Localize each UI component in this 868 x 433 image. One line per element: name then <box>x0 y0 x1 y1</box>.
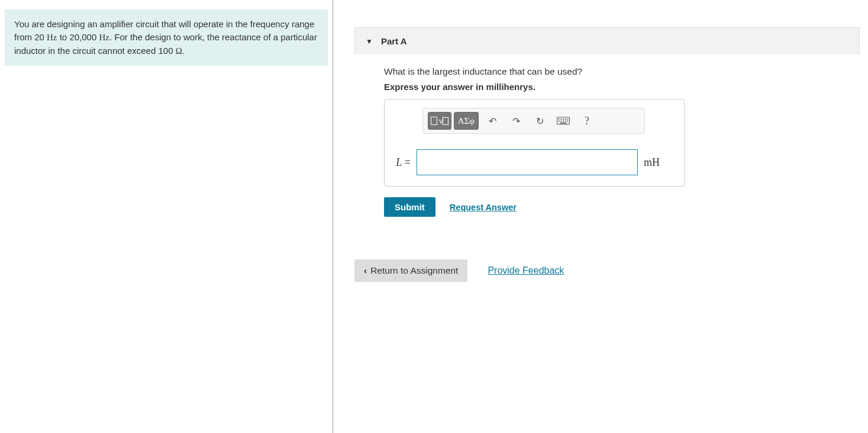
return-label: Return to Assignment <box>370 265 458 276</box>
svg-rect-1 <box>559 118 560 120</box>
greek-letters-button[interactable]: ΑΣφ <box>454 112 479 130</box>
unit-hz-1: Hz <box>47 33 57 42</box>
equation-toolbar: √ ΑΣφ ↶ ↷ ↻ <box>422 108 645 134</box>
unit-label: mH <box>644 156 660 169</box>
problem-statement: You are designing an amplifier circuit t… <box>5 9 328 66</box>
submit-button[interactable]: Submit <box>384 197 435 217</box>
part-label: Part A <box>381 36 407 46</box>
answer-panel: ▼ Part A What is the largest inductance … <box>333 0 868 433</box>
svg-rect-5 <box>567 118 568 120</box>
keyboard-button[interactable] <box>553 112 573 130</box>
part-header[interactable]: ▼ Part A <box>354 27 860 54</box>
variable-label: L = <box>393 156 411 169</box>
reset-button[interactable]: ↻ <box>530 112 550 130</box>
instruction-text: Express your answer in millihenrys. <box>384 82 840 92</box>
greek-label: ΑΣφ <box>458 116 475 126</box>
redo-button[interactable]: ↷ <box>506 112 526 130</box>
problem-text-4: . <box>182 46 185 56</box>
provide-feedback-link[interactable]: Provide Feedback <box>488 265 564 276</box>
answer-box: √ ΑΣφ ↶ ↷ ↻ <box>384 99 685 187</box>
reset-icon: ↻ <box>536 116 544 127</box>
svg-rect-9 <box>565 121 566 122</box>
return-button[interactable]: ‹ Return to Assignment <box>354 259 467 282</box>
undo-button[interactable]: ↶ <box>482 112 502 130</box>
rect-icon <box>431 117 437 125</box>
svg-rect-11 <box>560 123 567 124</box>
request-answer-link[interactable]: Request Answer <box>450 203 517 212</box>
unit-ohm: Ω <box>176 46 182 56</box>
problem-panel: You are designing an amplifier circuit t… <box>0 0 333 433</box>
svg-rect-7 <box>560 121 562 122</box>
question-text: What is the largest inductance that can … <box>384 66 840 77</box>
part-body: What is the largest inductance that can … <box>354 54 860 231</box>
svg-rect-8 <box>563 121 564 122</box>
redo-icon: ↷ <box>512 116 520 127</box>
svg-rect-3 <box>563 118 564 120</box>
svg-rect-2 <box>560 118 562 120</box>
input-row: L = mH <box>393 149 676 175</box>
template-group: √ ΑΣφ <box>428 112 479 130</box>
fraction-template-button[interactable]: √ <box>428 112 451 130</box>
footer-row: ‹ Return to Assignment Provide Feedback <box>354 259 860 282</box>
help-icon: ? <box>585 115 589 127</box>
rect-icon-2 <box>443 117 448 125</box>
unit-hz-2: Hz <box>99 33 109 42</box>
svg-rect-4 <box>565 118 566 120</box>
answer-input[interactable] <box>417 149 638 175</box>
caret-down-icon: ▼ <box>366 37 373 46</box>
keyboard-icon <box>557 117 570 125</box>
svg-rect-10 <box>567 121 568 122</box>
problem-text-2: to 20,000 <box>57 32 99 42</box>
svg-rect-6 <box>559 121 560 122</box>
action-row: Submit Request Answer <box>384 197 840 217</box>
undo-icon: ↶ <box>489 116 496 127</box>
help-button[interactable]: ? <box>577 112 597 130</box>
chevron-left-icon: ‹ <box>364 265 367 276</box>
